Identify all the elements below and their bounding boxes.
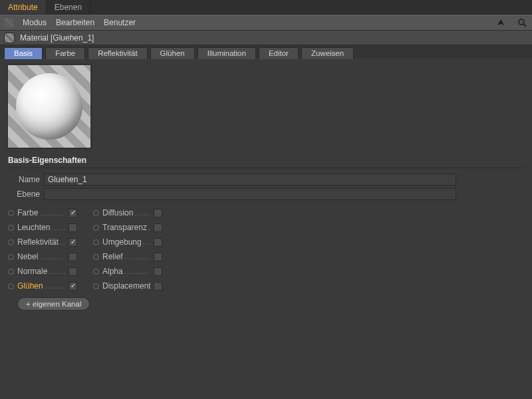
tab-editor[interactable]: Editor [259,47,299,59]
channel-checkbox-displacement[interactable] [154,282,162,291]
channel-label[interactable]: Farbe [17,208,65,217]
channel-label[interactable]: Reflektivität [17,237,65,247]
channel-row-reflektivität: Reflektivität [8,236,88,248]
search-icon[interactable] [516,17,528,29]
svg-line-1 [523,24,526,27]
keyframe-dot-icon[interactable] [93,269,99,275]
keyframe-dot-icon[interactable] [93,283,99,289]
keyframe-dot-icon[interactable] [93,225,99,231]
channel-row-umgebung: Umgebung [93,236,173,248]
keyframe-dot-icon[interactable] [8,283,14,289]
channel-checkbox-relief[interactable] [154,253,162,261]
window-tab-attribute[interactable]: Attribute [0,0,47,14]
keyframe-dot-icon[interactable] [8,269,14,275]
channel-label[interactable]: Alpha [102,267,150,276]
channel-label[interactable]: Displacement [102,281,150,291]
menu-mode[interactable]: Modus [23,18,47,27]
tab-reflektivitaet[interactable]: Reflektivität [88,47,147,59]
menu-user[interactable]: Benutzer [104,18,136,27]
keyframe-dot-icon[interactable] [93,210,99,216]
tab-farbe[interactable]: Farbe [45,47,85,59]
channel-label[interactable]: Umgebung [102,237,150,247]
window-tab-layers[interactable]: Ebenen [47,0,90,14]
channel-row-transparenz: Transparenz [93,221,173,233]
channel-row-normale: Normale [8,265,88,277]
tab-gluehen[interactable]: Glühen [150,47,195,59]
material-title: Material [Gluehen_1] [20,33,94,43]
material-preview[interactable] [8,65,90,148]
menu-edit[interactable]: Bearbeiten [56,18,94,27]
channel-label[interactable]: Nebel [17,252,65,261]
channel-checkbox-transparenz[interactable] [154,223,162,232]
channel-checkbox-farbe[interactable] [68,209,77,217]
material-header: Material [Gluehen_1] [0,31,532,45]
channel-checkbox-glühen[interactable] [68,282,77,291]
label-name: Name [7,175,40,184]
panel-body: Basis-Eigenschaften Name Ebene FarbeLeuc… [0,59,532,315]
channel-label[interactable]: Transparenz [102,223,150,232]
channel-row-alpha: Alpha [93,265,173,277]
channel-row-displacement: Displacement [93,280,173,292]
channel-row-diffusion: Diffusion [93,207,173,219]
label-layer: Ebene [7,190,40,199]
add-custom-channel-button[interactable]: + eigenen Kanal [17,297,90,311]
keyframe-dot-icon[interactable] [93,239,99,245]
channel-label[interactable]: Leuchten [17,223,65,232]
svg-point-0 [519,19,524,25]
row-layer: Ebene [7,187,525,201]
channel-checkbox-normale[interactable] [68,267,77,276]
channel-grid: FarbeLeuchtenReflektivitätNebelNormaleGl… [8,207,525,292]
channel-row-relief: Relief [93,251,173,263]
material-preview-frame [7,64,92,149]
material-swatch-icon [4,33,15,43]
tab-zuweisen[interactable]: Zuweisen [301,47,354,59]
keyframe-dot-icon[interactable] [8,254,14,260]
property-tab-bar: Basis Farbe Reflektivität Glühen Illumin… [0,45,532,59]
tab-basis[interactable]: Basis [4,47,43,59]
channel-label[interactable]: Glühen [17,281,65,291]
channel-checkbox-leuchten[interactable] [68,223,77,232]
channel-label[interactable]: Diffusion [102,208,150,217]
channel-row-leuchten: Leuchten [8,221,88,233]
section-title: Basis-Eigenschaften [8,156,525,168]
channel-checkbox-diffusion[interactable] [154,209,162,217]
window-tab-bar: Attribute Ebenen [0,0,532,15]
row-name: Name [7,172,525,187]
input-material-name[interactable] [44,174,456,186]
keyframe-dot-icon[interactable] [8,225,14,231]
channel-label[interactable]: Normale [17,267,65,276]
material-preview-sphere [16,73,82,140]
keyframe-dot-icon[interactable] [93,254,99,260]
channel-label[interactable]: Relief [102,252,150,261]
nav-up-icon[interactable] [495,17,507,29]
channel-checkbox-umgebung[interactable] [154,238,162,247]
tab-illumination[interactable]: Illumination [198,47,256,59]
channel-checkbox-nebel[interactable] [68,253,77,261]
menubar: Modus Bearbeiten Benutzer [0,15,532,31]
channel-row-nebel: Nebel [8,251,88,263]
channel-row-glühen: Glühen [8,280,88,292]
drag-handle-icon[interactable] [4,18,13,27]
input-layer[interactable] [44,188,456,200]
keyframe-dot-icon[interactable] [8,239,14,245]
channel-row-farbe: Farbe [8,207,88,219]
keyframe-dot-icon[interactable] [8,210,14,216]
channel-checkbox-reflektivität[interactable] [68,238,77,247]
channel-checkbox-alpha[interactable] [154,267,162,276]
